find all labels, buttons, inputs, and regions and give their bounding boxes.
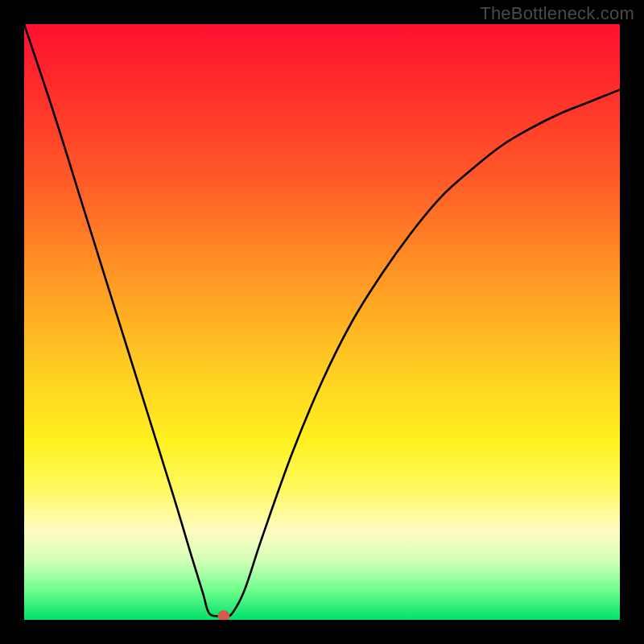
optimum-marker [218, 611, 229, 620]
plot-area [24, 24, 620, 620]
curve-svg [24, 24, 620, 620]
bottleneck-curve [24, 24, 620, 617]
chart-frame: TheBottleneck.com [0, 0, 644, 644]
attribution-text: TheBottleneck.com [480, 3, 634, 24]
